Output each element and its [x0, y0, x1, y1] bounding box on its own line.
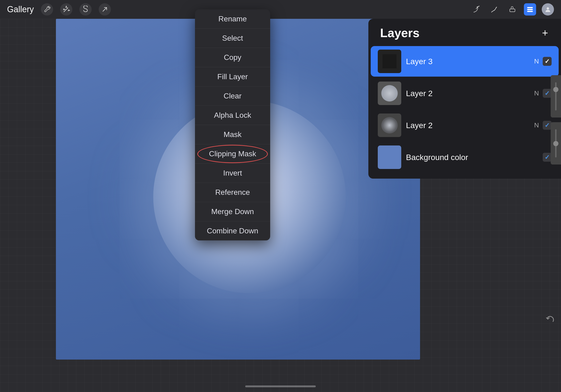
layer-row-layer2a[interactable]: Layer 2 N: [371, 78, 559, 109]
slider-thumb[interactable]: [553, 87, 558, 92]
context-menu-fill-layer[interactable]: Fill Layer: [195, 67, 270, 87]
context-menu-mask[interactable]: Mask: [195, 125, 270, 144]
context-menu: Rename Select Copy Fill Layer Clear Alph…: [195, 9, 270, 240]
smudge-tool-icon[interactable]: [488, 3, 500, 15]
topbar: Gallery: [0, 0, 561, 19]
svg-rect-5: [527, 11, 533, 12]
context-menu-select[interactable]: Select: [195, 29, 270, 48]
add-layer-button[interactable]: +: [539, 26, 552, 40]
layer-row-layer2b[interactable]: Layer 2 N: [371, 110, 559, 141]
layer-visibility-background[interactable]: [543, 153, 552, 162]
context-menu-rename[interactable]: Rename: [195, 9, 270, 29]
context-menu-alpha-lock[interactable]: Alpha Lock: [195, 106, 270, 125]
context-menu-clipping-mask[interactable]: Clipping Mask: [195, 144, 270, 163]
brush-tool-icon[interactable]: [470, 3, 483, 15]
svg-rect-3: [527, 7, 533, 8]
context-menu-reference[interactable]: Reference: [195, 183, 270, 202]
right-sidebar: [551, 75, 561, 164]
svg-point-6: [547, 7, 549, 10]
topbar-left: Gallery: [7, 3, 111, 15]
svg-rect-7: [382, 54, 397, 68]
layers-header: Layers +: [368, 19, 561, 45]
layer-name-layer3: Layer 3: [406, 57, 529, 66]
wrench-icon[interactable]: [41, 3, 53, 15]
layer-name-background: Background color: [406, 153, 538, 162]
context-menu-copy[interactable]: Copy: [195, 48, 270, 67]
layer-name-layer2b: Layer 2: [406, 121, 529, 130]
magic-icon[interactable]: [60, 3, 72, 15]
layers-title: Layers: [380, 26, 420, 40]
brush-opacity-slider[interactable]: [551, 122, 561, 164]
layer-controls-background: [543, 153, 552, 162]
layer-visibility-layer3[interactable]: [543, 57, 552, 66]
layer-info-layer2b: Layer 2: [401, 121, 534, 130]
thumb-circle: [381, 85, 398, 101]
layer-row-background[interactable]: Background color: [371, 142, 559, 173]
avatar[interactable]: [542, 3, 554, 15]
layer-info-background: Background color: [401, 153, 543, 162]
topbar-right: [470, 3, 554, 15]
slider-track-2: [555, 129, 557, 157]
scroll-indicator[interactable]: [245, 385, 316, 387]
undo-button[interactable]: [543, 313, 556, 326]
s-tool-icon[interactable]: [79, 3, 92, 15]
layer-thumbnail-layer3: [378, 50, 401, 73]
brush-size-slider[interactable]: [551, 75, 561, 118]
eraser-tool-icon[interactable]: [506, 3, 518, 15]
layer-thumbnail-layer2a: [378, 82, 401, 105]
layers-panel-toggle[interactable]: [524, 3, 536, 15]
layer-info-layer3: Layer 3: [401, 57, 534, 66]
layer-controls-layer2a: N: [534, 89, 552, 98]
layer-thumbnail-background: [378, 145, 401, 169]
layer-controls-layer3: N: [534, 57, 552, 66]
layers-panel: Layers + Layer 3 N Layer 2 N: [368, 19, 561, 179]
layer-mode-layer2b: N: [534, 121, 539, 129]
thumb-circle-blur: [381, 117, 398, 133]
slider-thumb-2[interactable]: [553, 141, 558, 146]
layer-controls-layer2b: N: [534, 121, 552, 130]
layer-row-layer3[interactable]: Layer 3 N: [371, 46, 559, 76]
layer-info-layer2a: Layer 2: [401, 89, 534, 98]
context-menu-clear[interactable]: Clear: [195, 87, 270, 106]
layer-mode-layer3: N: [534, 58, 539, 65]
layer-thumbnail-layer2b: [378, 113, 401, 137]
context-menu-combine-down[interactable]: Combine Down: [195, 221, 270, 240]
svg-point-0: [67, 8, 68, 9]
layer-mode-layer2a: N: [534, 89, 539, 97]
context-menu-invert[interactable]: Invert: [195, 163, 270, 183]
layer-name-layer2a: Layer 2: [406, 89, 529, 98]
slider-track: [555, 82, 557, 110]
gallery-button[interactable]: Gallery: [7, 4, 34, 14]
svg-rect-2: [510, 9, 515, 12]
context-menu-merge-down[interactable]: Merge Down: [195, 202, 270, 221]
svg-rect-4: [527, 9, 533, 10]
layer-visibility-layer2a[interactable]: [543, 89, 552, 98]
layer-visibility-layer2b[interactable]: [543, 121, 552, 130]
arrow-tool-icon[interactable]: [99, 3, 111, 15]
